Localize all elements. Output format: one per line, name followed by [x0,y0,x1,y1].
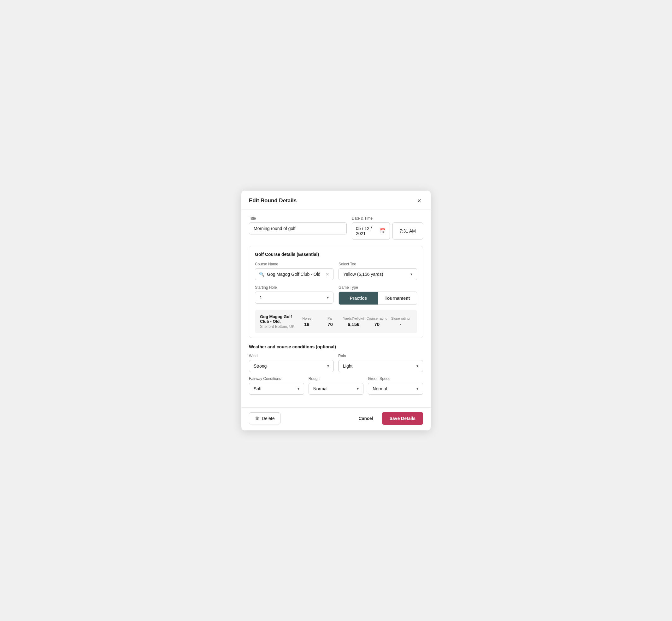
chevron-down-icon: ▾ [297,386,299,391]
game-type-toggle: Practice Tournament [339,292,417,305]
green-speed-value: Normal [373,386,415,391]
course-name-group: Course Name 🔍 Gog Magog Golf Club - Old … [255,262,333,280]
rain-value: Light [343,364,415,369]
course-rating-label: Course rating [367,317,387,320]
golf-course-section-title: Golf Course details (Essential) [255,252,417,257]
course-stat-yards: Yards(Yellow) 6,156 [342,317,365,327]
green-speed-group: Green Speed Normal ▾ [368,376,423,395]
title-label: Title [249,216,347,220]
delete-button[interactable]: 🗑 Delete [249,412,281,424]
modal-title: Edit Round Details [249,198,297,204]
chevron-down-icon: ▾ [327,364,329,368]
date-value: 05 / 12 / 2021 [356,226,378,236]
course-stat-course-rating: Course rating 70 [365,317,389,327]
modal-footer: 🗑 Delete Cancel Save Details [241,407,431,430]
slope-rating-value: - [400,322,401,327]
save-button[interactable]: Save Details [382,412,423,425]
hole-gametype-row: Starting Hole 1 ▾ Game Type Practice Tou… [255,285,417,305]
calendar-icon: 📅 [380,228,386,234]
practice-button[interactable]: Practice [339,292,378,304]
slope-rating-label: Slope rating [391,317,410,320]
select-tee-group: Select Tee Yellow (6,156 yards) ▾ [339,262,417,280]
modal-header: Edit Round Details × [241,191,431,210]
fairway-dropdown[interactable]: Soft ▾ [249,383,304,395]
course-info-row: Gog Magog Golf Club - Old, Shelford Bott… [255,310,417,333]
rough-value: Normal [313,386,355,391]
course-stat-par: Par 70 [318,317,342,327]
golf-course-section: Golf Course details (Essential) Course N… [249,246,423,338]
starting-hole-value: 1 [260,295,325,300]
trash-icon: 🗑 [255,416,259,421]
footer-actions: Cancel Save Details [356,412,423,425]
starting-hole-dropdown[interactable]: 1 ▾ [255,292,333,303]
chevron-down-icon: ▾ [327,295,329,300]
fairway-rough-green-row: Fairway Conditions Soft ▾ Rough Normal ▾ [249,376,423,395]
time-value: 7:31 AM [400,229,416,234]
course-info-name-main: Gog Magog Golf Club - Old, [260,314,295,324]
wind-dropdown[interactable]: Strong ▾ [249,360,334,372]
chevron-down-icon: ▾ [411,272,412,277]
course-name-input[interactable]: 🔍 Gog Magog Golf Club - Old ✕ [255,268,333,280]
par-label: Par [328,317,333,320]
course-info-location: Shelford Bottom, UK [260,324,295,329]
edit-round-modal: Edit Round Details × Title Date & Time 0… [241,191,431,430]
chevron-down-icon: ▾ [416,364,418,368]
modal-body: Title Date & Time 05 / 12 / 2021 📅 7:31 … [241,210,431,407]
green-speed-dropdown[interactable]: Normal ▾ [368,383,423,395]
rough-dropdown[interactable]: Normal ▾ [308,383,364,395]
course-name-label: Course Name [255,262,333,266]
weather-section-title: Weather and course conditions (optional) [249,344,423,349]
date-input[interactable]: 05 / 12 / 2021 📅 [352,222,390,240]
wind-rain-row: Wind Strong ▾ Rain Light ▾ [249,354,423,372]
select-tee-label: Select Tee [339,262,417,266]
wind-label: Wind [249,354,334,358]
title-datetime-row: Title Date & Time 05 / 12 / 2021 📅 7:31 … [249,216,423,240]
game-type-label: Game Type [339,285,417,290]
rain-group: Rain Light ▾ [338,354,423,372]
delete-label: Delete [262,416,275,421]
tournament-button[interactable]: Tournament [378,292,417,304]
search-icon: 🔍 [259,272,264,277]
clear-icon[interactable]: ✕ [326,272,329,277]
starting-hole-group: Starting Hole 1 ▾ [255,285,333,305]
title-input[interactable] [249,222,347,235]
rough-group: Rough Normal ▾ [308,376,364,395]
time-input[interactable]: 7:31 AM [392,222,423,240]
course-rating-value: 70 [374,322,380,327]
holes-label: Holes [302,317,311,320]
course-info-name: Gog Magog Golf Club - Old, Shelford Bott… [260,314,295,329]
holes-value: 18 [304,322,309,327]
green-speed-label: Green Speed [368,376,423,381]
fairway-value: Soft [254,386,296,391]
rain-label: Rain [338,354,423,358]
select-tee-dropdown[interactable]: Yellow (6,156 yards) ▾ [339,268,417,280]
rain-dropdown[interactable]: Light ▾ [338,360,423,372]
course-name-value: Gog Magog Golf Club - Old [267,272,323,277]
course-stat-slope-rating: Slope rating - [389,317,412,327]
course-tee-row: Course Name 🔍 Gog Magog Golf Club - Old … [255,262,417,280]
chevron-down-icon: ▾ [416,386,418,391]
datetime-group: Date & Time 05 / 12 / 2021 📅 7:31 AM [352,216,423,240]
wind-value: Strong [254,364,325,369]
yards-label: Yards(Yellow) [343,317,364,320]
datetime-field: 05 / 12 / 2021 📅 7:31 AM [352,222,423,240]
close-button[interactable]: × [416,197,423,204]
title-group: Title [249,216,347,240]
weather-section: Weather and course conditions (optional)… [249,344,423,395]
wind-group: Wind Strong ▾ [249,354,334,372]
select-tee-value: Yellow (6,156 yards) [343,272,409,277]
fairway-label: Fairway Conditions [249,376,304,381]
rough-label: Rough [308,376,364,381]
chevron-down-icon: ▾ [357,386,359,391]
datetime-label: Date & Time [352,216,423,220]
starting-hole-label: Starting Hole [255,285,333,290]
course-stat-holes: Holes 18 [295,317,318,327]
game-type-group: Game Type Practice Tournament [339,285,417,305]
cancel-button[interactable]: Cancel [356,413,376,424]
fairway-group: Fairway Conditions Soft ▾ [249,376,304,395]
par-value: 70 [328,322,333,327]
yards-value: 6,156 [348,322,360,327]
